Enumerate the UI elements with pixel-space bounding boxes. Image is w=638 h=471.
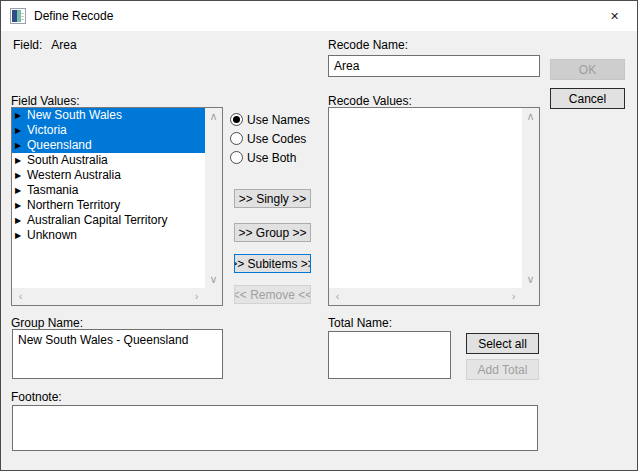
- singly-button[interactable]: >> Singly >>: [234, 189, 311, 208]
- footnote-label: Footnote:: [11, 390, 62, 404]
- remove-button: << Remove <<: [234, 285, 311, 304]
- list-item-label: Tasmania: [27, 183, 78, 198]
- field-value: Area: [51, 38, 76, 52]
- list-item-label: Northern Territory: [27, 198, 120, 213]
- field-values-listbox: ▶New South Wales▶Victoria▶Queensland▶Sou…: [11, 107, 223, 306]
- list-item[interactable]: ▶Australian Capital Territory: [12, 213, 205, 228]
- group-name-input[interactable]: New South Wales - Queensland: [12, 329, 223, 379]
- close-icon: ✕: [610, 10, 619, 23]
- triangle-icon: ▶: [15, 228, 27, 243]
- horizontal-scrollbar[interactable]: ‹ ›: [329, 288, 522, 305]
- subitems-button[interactable]: >> Subitems >>: [234, 254, 311, 273]
- list-item-label: Unknown: [27, 228, 77, 243]
- list-item[interactable]: ▶Queensland: [12, 138, 205, 153]
- radio-use-both[interactable]: Use Both: [230, 148, 310, 167]
- scroll-down-icon[interactable]: ∨: [205, 271, 222, 288]
- triangle-icon: ▶: [15, 168, 27, 183]
- radio-icon: [230, 151, 243, 164]
- triangle-icon: ▶: [15, 198, 27, 213]
- recode-name-input[interactable]: Area: [328, 55, 540, 77]
- list-item-label: Western Australia: [27, 168, 121, 183]
- close-button[interactable]: ✕: [592, 1, 637, 31]
- cancel-button[interactable]: Cancel: [550, 88, 625, 109]
- triangle-icon: ▶: [15, 183, 27, 198]
- triangle-icon: ▶: [15, 138, 27, 153]
- triangle-icon: ▶: [15, 108, 27, 123]
- triangle-icon: ▶: [15, 153, 27, 168]
- list-item[interactable]: ▶Western Australia: [12, 168, 205, 183]
- total-name-input[interactable]: [328, 331, 451, 379]
- display-option-radios: Use NamesUse CodesUse Both: [230, 110, 310, 167]
- recode-values-label: Recode Values:: [328, 94, 412, 108]
- scroll-up-icon[interactable]: ∧: [522, 108, 539, 125]
- list-item-label: New South Wales: [27, 108, 122, 123]
- list-item[interactable]: ▶Northern Territory: [12, 198, 205, 213]
- scroll-left-icon[interactable]: ‹: [329, 288, 346, 305]
- radio-label: Use Names: [247, 113, 310, 127]
- group-name-value: New South Wales - Queensland: [18, 333, 188, 347]
- list-item[interactable]: ▶New South Wales: [12, 108, 205, 123]
- app-icon: [10, 8, 26, 24]
- scrollbar-corner: [522, 288, 539, 305]
- recode-values-listbox: ∧ ∨ ‹ ›: [328, 107, 540, 306]
- ok-button: OK: [550, 59, 625, 80]
- list-item-label: Queensland: [27, 138, 92, 153]
- recode-values-list: [329, 108, 522, 288]
- scrollbar-corner: [205, 288, 222, 305]
- field-row: Field:Area: [13, 38, 77, 52]
- group-name-label: Group Name:: [11, 316, 83, 330]
- recode-name-label: Recode Name:: [328, 38, 408, 52]
- scroll-down-icon[interactable]: ∨: [522, 271, 539, 288]
- radio-use-names[interactable]: Use Names: [230, 110, 310, 129]
- radio-label: Use Both: [247, 151, 296, 165]
- add-total-button: Add Total: [466, 359, 539, 380]
- list-item[interactable]: ▶South Australia: [12, 153, 205, 168]
- triangle-icon: ▶: [15, 213, 27, 228]
- define-recode-dialog: Define Recode ✕ Field:Area Recode Name: …: [0, 0, 638, 471]
- group-button[interactable]: >> Group >>: [234, 223, 311, 242]
- scroll-right-icon[interactable]: ›: [505, 288, 522, 305]
- horizontal-scrollbar[interactable]: ‹ ›: [12, 288, 205, 305]
- radio-icon: [230, 113, 243, 126]
- triangle-icon: ▶: [15, 123, 27, 138]
- field-values-label: Field Values:: [11, 94, 79, 108]
- list-item[interactable]: ▶Tasmania: [12, 183, 205, 198]
- vertical-scrollbar[interactable]: ∧ ∨: [522, 108, 539, 288]
- list-item-label: Victoria: [27, 123, 67, 138]
- scroll-left-icon[interactable]: ‹: [12, 288, 29, 305]
- field-values-list: ▶New South Wales▶Victoria▶Queensland▶Sou…: [12, 108, 205, 288]
- list-item-label: South Australia: [27, 153, 108, 168]
- scroll-right-icon[interactable]: ›: [188, 288, 205, 305]
- total-name-label: Total Name:: [328, 316, 392, 330]
- list-item[interactable]: ▶Victoria: [12, 123, 205, 138]
- scroll-up-icon[interactable]: ∧: [205, 108, 222, 125]
- window-title: Define Recode: [34, 9, 113, 23]
- radio-label: Use Codes: [247, 132, 306, 146]
- list-item-label: Australian Capital Territory: [27, 213, 168, 228]
- recode-name-value: Area: [334, 59, 359, 73]
- radio-icon: [230, 132, 243, 145]
- footnote-input[interactable]: [12, 405, 538, 451]
- radio-use-codes[interactable]: Use Codes: [230, 129, 310, 148]
- list-item[interactable]: ▶Unknown: [12, 228, 205, 243]
- field-label: Field:: [13, 38, 42, 52]
- title-bar: Define Recode ✕: [1, 1, 637, 31]
- vertical-scrollbar[interactable]: ∧ ∨: [205, 108, 222, 288]
- select-all-button[interactable]: Select all: [466, 333, 539, 354]
